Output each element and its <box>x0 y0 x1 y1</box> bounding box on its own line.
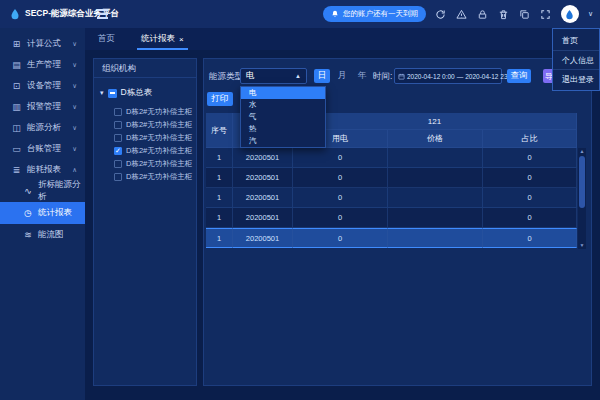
table-cell[interactable]: 0 <box>483 168 577 188</box>
sidebar-item-ledger[interactable]: ▭ 台账管理 ∨ <box>0 138 85 159</box>
user-avatar[interactable] <box>561 5 579 23</box>
sidebar-subitem-statistics-report[interactable]: ◷ 统计报表 <box>0 202 85 224</box>
scroll-down-icon[interactable]: ▼ <box>580 242 585 249</box>
org-tree-panel: 组织机构 ▾ D栋总表 D栋2#无功补偿主柜 D栋2#无功补偿主柜 D栋2#无功… <box>93 58 197 386</box>
tree-node-checkbox-checked[interactable]: ✓ <box>114 147 122 155</box>
tree-node-checkbox[interactable] <box>114 173 122 181</box>
dropdown-option-water[interactable]: 水 <box>241 99 325 111</box>
table-cell[interactable]: 20200501 <box>233 188 293 208</box>
date-range-input[interactable]: 2020-04-12 0:00 — 2020-04-12 23:59 <box>394 68 502 84</box>
tree-root-checkbox[interactable] <box>108 89 117 98</box>
col-header-price: 价格 <box>388 130 483 148</box>
tree-node[interactable]: D栋2#无功补偿主柜 <box>94 170 196 183</box>
alert-icon[interactable] <box>456 8 468 20</box>
dropdown-option-steam[interactable]: 汽 <box>241 135 325 147</box>
device-icon: ⊡ <box>11 81 22 91</box>
table-cell-selected[interactable]: 0 <box>293 228 388 248</box>
table-cell[interactable]: 0 <box>293 208 388 228</box>
user-menu-item-profile[interactable]: 个人信息 <box>553 50 599 69</box>
tree-node-checkbox[interactable] <box>114 108 122 116</box>
lock-icon[interactable] <box>477 8 489 20</box>
table-cell[interactable]: 0 <box>293 148 388 168</box>
sidebar-subitem-std-energy-analysis[interactable]: ∿ 折标能源分析 <box>0 180 85 202</box>
tab-statistics-report[interactable]: 统计报表 × <box>128 28 197 50</box>
user-menu-item-home[interactable]: 首页 <box>553 31 599 50</box>
app-logo: SECP-能源综合业务平台 <box>0 8 78 20</box>
table-cell[interactable]: 0 <box>483 148 577 168</box>
sidebar-item-energy-analysis[interactable]: ◫ 能源分析 ∨ <box>0 117 85 138</box>
table-cell[interactable]: 1 <box>206 148 233 168</box>
scrollbar-thumb[interactable] <box>579 156 585 208</box>
line-chart-icon: ∿ <box>23 186 33 196</box>
table-cell[interactable]: 0 <box>293 168 388 188</box>
dropdown-option-heat[interactable]: 热 <box>241 123 325 135</box>
sidebar-item-production[interactable]: ▤ 生产管理 ∨ <box>0 54 85 75</box>
table-cell-selected[interactable]: 1 <box>206 228 233 248</box>
close-icon[interactable]: × <box>179 35 184 44</box>
fullscreen-icon[interactable] <box>540 8 552 20</box>
dropdown-option-gas[interactable]: 气 <box>241 111 325 123</box>
period-day-button[interactable]: 日 <box>314 69 330 83</box>
energy-type-label: 能源类型 <box>209 68 243 84</box>
tree-node[interactable]: D栋2#无功补偿主柜 <box>94 118 196 131</box>
table-cell-selected[interactable]: 20200501 <box>233 228 293 248</box>
table-cell[interactable]: 1 <box>206 168 233 188</box>
table-cell-selected[interactable] <box>388 228 483 248</box>
app-root: SECP-能源综合业务平台 您的账户还有一天到期 <box>0 0 600 400</box>
table-cell[interactable]: 0 <box>293 188 388 208</box>
tree-root-node[interactable]: ▾ D栋总表 <box>100 87 192 99</box>
table-cell[interactable]: 20200501 <box>233 148 293 168</box>
tree-node-checkbox[interactable] <box>114 134 122 142</box>
table-cell[interactable] <box>388 168 483 188</box>
table-cell[interactable]: 20200501 <box>233 208 293 228</box>
energy-type-select[interactable]: 电 ▲ <box>240 68 307 84</box>
print-button[interactable]: 打印 <box>207 92 233 106</box>
table-cell-selected[interactable]: 0 <box>483 228 577 248</box>
table-cell[interactable]: 20200501 <box>233 168 293 188</box>
copy-icon[interactable] <box>519 8 531 20</box>
table-cell[interactable]: 1 <box>206 208 233 228</box>
menu-collapse-icon[interactable] <box>92 0 112 28</box>
sidebar-item-device[interactable]: ⊡ 设备管理 ∨ <box>0 75 85 96</box>
period-year-button[interactable]: 年 <box>354 69 370 83</box>
query-button[interactable]: 查询 <box>507 69 531 83</box>
table-cell[interactable]: 1 <box>206 188 233 208</box>
tree-node-checkbox[interactable] <box>114 160 122 168</box>
sidebar-item-energy-report[interactable]: ≣ 能耗报表 ∧ <box>0 159 85 180</box>
table-cell[interactable]: 0 <box>483 188 577 208</box>
tree-node-checkbox[interactable] <box>114 121 122 129</box>
report-icon: ≣ <box>11 165 22 175</box>
tab-home[interactable]: 首页 <box>85 28 128 50</box>
dropdown-option-electricity[interactable]: 电 <box>241 87 325 99</box>
bell-icon <box>331 10 339 18</box>
trash-icon[interactable] <box>498 8 510 20</box>
group-header: 121 <box>293 113 577 130</box>
tree-node[interactable]: D栋2#无功补偿主柜 <box>94 157 196 170</box>
scroll-up-icon[interactable]: ▲ <box>580 148 585 155</box>
clock-icon: ◷ <box>23 208 33 218</box>
table-cell[interactable] <box>388 208 483 228</box>
table-cell[interactable] <box>388 148 483 168</box>
tree-node[interactable]: ✓ D栋2#无功补偿主柜 <box>94 144 196 157</box>
tree-node[interactable]: D栋2#无功补偿主柜 <box>94 131 196 144</box>
sidebar-item-calc-formula[interactable]: ⊞ 计算公式 ∨ <box>0 33 85 54</box>
sidebar-item-alarm[interactable]: ▥ 报警管理 ∨ <box>0 96 85 117</box>
chevron-down-icon: ∨ <box>72 82 77 90</box>
table-scrollbar[interactable]: ▲ ▼ <box>578 148 586 249</box>
period-month-button[interactable]: 月 <box>334 69 350 83</box>
user-menu-item-logout[interactable]: 退出登录 <box>553 69 599 88</box>
table-cell[interactable] <box>388 188 483 208</box>
notice-button[interactable]: 您的账户还有一天到期 <box>323 6 426 22</box>
table-cell[interactable]: 0 <box>483 208 577 228</box>
report-panel: 能源类型 电 ▲ 日 月 年 时间: 2020-04-12 0:00 — 202… <box>203 58 592 386</box>
user-menu-chevron-icon[interactable]: ∨ <box>588 10 593 18</box>
analysis-icon: ◫ <box>11 123 22 133</box>
caret-down-icon[interactable]: ▾ <box>100 89 104 97</box>
sidebar-subitem-energy-flow[interactable]: ≋ 能流图 <box>0 224 85 246</box>
production-icon: ▤ <box>11 60 22 70</box>
flow-icon: ≋ <box>23 230 33 240</box>
col-header-index: 序号 <box>206 113 233 148</box>
tree-node[interactable]: D栋2#无功补偿主柜 <box>94 105 196 118</box>
date-separator: — <box>457 73 464 80</box>
refresh-icon[interactable] <box>435 8 447 20</box>
